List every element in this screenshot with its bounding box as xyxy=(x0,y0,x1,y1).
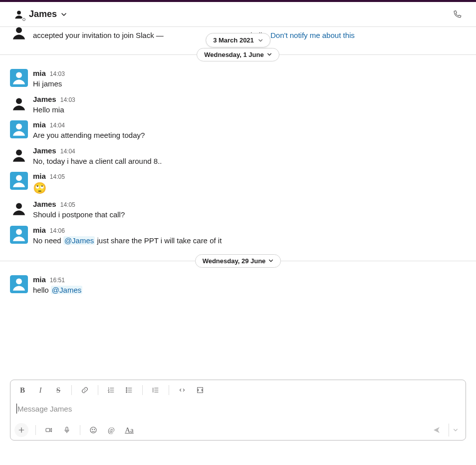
message-author[interactable]: James xyxy=(33,95,56,104)
message-avatar[interactable] xyxy=(10,95,28,113)
message: James14:04 No, today i have a client cal… xyxy=(0,143,476,169)
message: mia16:51 hello @James xyxy=(0,272,476,298)
message-author[interactable]: mia xyxy=(33,172,46,181)
message-avatar[interactable] xyxy=(10,172,28,190)
message-text: Are you attending meeting today? xyxy=(33,130,466,141)
message: mia14:03 Hi james xyxy=(0,66,476,92)
svg-point-15 xyxy=(90,427,96,433)
codeblock-button[interactable] xyxy=(192,383,208,398)
text-part: No need xyxy=(33,236,63,245)
separator xyxy=(98,385,98,395)
link-icon xyxy=(81,386,89,394)
send-options-button[interactable] xyxy=(449,424,462,437)
svg-point-17 xyxy=(94,429,94,430)
blockquote-button[interactable] xyxy=(148,383,164,398)
italic-button[interactable]: I xyxy=(32,383,48,398)
message-author[interactable]: James xyxy=(33,200,56,209)
header-avatar xyxy=(13,8,25,20)
date-pill[interactable]: Wednesday, 1 June xyxy=(197,48,279,61)
strikethrough-button[interactable]: S xyxy=(50,383,66,398)
svg-point-12 xyxy=(126,392,127,393)
date-jump-label: 3 March 2021 xyxy=(213,36,254,44)
formatting-button[interactable]: Aa xyxy=(121,423,137,438)
message-text: Hello mia xyxy=(33,104,466,116)
svg-point-1 xyxy=(16,27,22,33)
person-icon xyxy=(10,200,27,217)
message-author[interactable]: mia xyxy=(33,275,46,284)
bold-button[interactable]: B xyxy=(14,383,30,398)
message-author[interactable]: mia xyxy=(33,120,46,129)
message-time: 14:03 xyxy=(60,96,75,103)
message-text: Hi james xyxy=(33,78,466,90)
svg-point-8 xyxy=(16,229,22,235)
dm-header: James xyxy=(0,2,476,27)
send-button[interactable] xyxy=(429,423,445,438)
date-divider: Wednesday, 1 June xyxy=(0,45,476,64)
system-text-part: accepted your invitation to join Slack — xyxy=(33,31,166,39)
attach-button[interactable] xyxy=(14,423,28,437)
svg-point-0 xyxy=(17,10,21,14)
video-button[interactable] xyxy=(41,423,57,438)
chevron-down-icon xyxy=(61,11,67,17)
message-time: 14:05 xyxy=(50,173,65,180)
message-text: No, today i have a client call around 8.… xyxy=(33,156,466,167)
text-part: hello xyxy=(33,286,51,294)
date-pill[interactable]: Wednesday, 29 June xyxy=(195,254,281,268)
message-text: Should i postpone that call? xyxy=(33,209,466,221)
message-avatar[interactable] xyxy=(10,275,28,293)
dont-notify-link[interactable]: Don't notify me about this xyxy=(270,31,355,39)
ordered-list-icon xyxy=(107,386,115,394)
chevron-down-icon xyxy=(258,38,263,43)
ordered-list-button[interactable] xyxy=(103,383,119,398)
message: James14:03 Hello mia xyxy=(0,92,476,118)
message-author[interactable]: James xyxy=(33,146,56,155)
message-input[interactable]: Message James xyxy=(10,400,466,420)
call-button[interactable] xyxy=(448,5,466,23)
chevron-down-icon xyxy=(268,258,273,263)
bullet-list-button[interactable] xyxy=(121,383,137,398)
message-list[interactable]: James 16:19 accepted your invitation to … xyxy=(0,27,476,380)
person-icon xyxy=(10,121,27,138)
message-input-placeholder: Message James xyxy=(17,405,72,413)
message-avatar[interactable] xyxy=(10,200,28,218)
date-label: Wednesday, 1 June xyxy=(204,51,263,58)
mention-button[interactable]: @ xyxy=(103,423,119,438)
svg-point-16 xyxy=(92,429,92,430)
chevron-down-icon xyxy=(267,52,272,57)
date-jump-pill[interactable]: 3 March 2021 xyxy=(206,33,270,47)
text-cursor xyxy=(16,404,17,414)
message-time: 14:06 xyxy=(50,227,65,234)
date-divider: Wednesday, 29 June xyxy=(0,251,476,270)
phone-icon xyxy=(452,9,462,19)
message-avatar[interactable] xyxy=(10,69,28,87)
person-icon xyxy=(10,69,27,86)
mention[interactable]: @James xyxy=(51,286,82,294)
svg-point-4 xyxy=(16,123,22,129)
person-icon xyxy=(10,147,27,164)
emoji-button[interactable] xyxy=(85,423,101,438)
plus-icon xyxy=(17,426,25,434)
composer-actions: @ Aa xyxy=(10,420,466,440)
dm-title-button[interactable]: James xyxy=(10,6,70,22)
mention[interactable]: @James xyxy=(63,236,95,245)
message-time: 14:05 xyxy=(60,201,75,208)
message-author[interactable]: mia xyxy=(33,226,46,235)
separator xyxy=(142,385,143,395)
message-avatar[interactable] xyxy=(10,146,28,164)
code-button[interactable] xyxy=(174,383,190,398)
message-avatar[interactable] xyxy=(10,120,28,138)
separator xyxy=(71,385,72,395)
message-time: 14:04 xyxy=(50,122,65,129)
composer-container: B I S xyxy=(0,380,476,453)
link-button[interactable] xyxy=(77,383,93,398)
audio-button[interactable] xyxy=(59,423,75,438)
chevron-down-icon xyxy=(453,428,458,433)
svg-point-10 xyxy=(126,388,127,389)
video-icon xyxy=(45,426,53,434)
person-icon xyxy=(10,95,27,112)
message-author[interactable]: mia xyxy=(33,69,46,78)
message-avatar[interactable] xyxy=(10,226,28,244)
svg-point-6 xyxy=(16,175,22,181)
separator xyxy=(35,425,36,435)
text-part: just share the PPT i will take care of i… xyxy=(95,236,222,245)
